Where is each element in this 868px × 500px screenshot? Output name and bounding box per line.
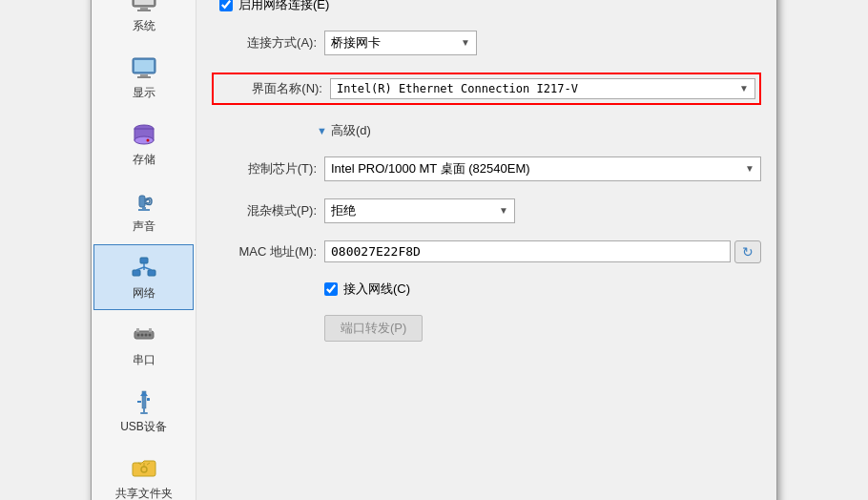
svg-point-32: [148, 333, 151, 336]
sidebar-label-system: 系统: [133, 18, 155, 34]
controller-row: 控制芯片(T): Intel PRO/1000 MT 桌面 (82540EM) …: [212, 156, 761, 181]
svg-line-26: [136, 267, 144, 270]
connection-type-label: 连接方式(A):: [212, 34, 317, 52]
advanced-arrow-icon: ▼: [317, 125, 327, 136]
svg-marker-36: [140, 391, 148, 396]
svg-rect-14: [137, 76, 151, 78]
shared-icon: [129, 453, 159, 484]
svg-point-30: [140, 333, 143, 336]
controller-value: Intel PRO/1000 MT 桌面 (82540EM): [331, 160, 530, 177]
cable-connected-label: 接入网线(C): [343, 281, 410, 298]
svg-rect-24: [148, 270, 155, 276]
settings-dialog: AppSrv0_CentOS6.5 - 设置 ? × 常规: [91, 0, 777, 500]
connection-type-control: 桥接网卡 ▼: [324, 31, 761, 55]
advanced-label: 高级(d): [331, 122, 371, 139]
connection-type-value: 桥接网卡: [331, 34, 381, 52]
svg-rect-10: [137, 10, 151, 11]
enable-network-checkbox[interactable]: [219, 0, 233, 11]
port-forward-row: 端口转发(P): [212, 315, 761, 342]
promiscuous-row: 混杂模式(P): 拒绝 ▼: [212, 198, 761, 223]
display-icon: [129, 52, 159, 83]
network-icon: [129, 253, 159, 283]
controller-select[interactable]: Intel PRO/1000 MT 桌面 (82540EM) ▼: [324, 156, 761, 181]
svg-line-27: [144, 267, 152, 270]
mac-refresh-button[interactable]: ↻: [734, 240, 761, 263]
enable-network-label: 启用网络连接(E): [238, 0, 329, 13]
controller-arrow: ▼: [745, 163, 754, 174]
svg-point-18: [146, 138, 149, 141]
svg-rect-33: [136, 328, 139, 332]
sidebar-item-display[interactable]: 显示: [93, 44, 194, 110]
promiscuous-select[interactable]: 拒绝 ▼: [324, 198, 515, 223]
sidebar-item-system[interactable]: 系统: [93, 0, 194, 43]
svg-rect-19: [139, 196, 145, 207]
audio-icon: [129, 186, 159, 217]
svg-rect-22: [140, 258, 148, 263]
connection-type-row: 连接方式(A): 桥接网卡 ▼: [212, 31, 761, 55]
controller-control: Intel PRO/1000 MT 桌面 (82540EM) ▼: [324, 156, 761, 181]
sidebar-item-storage[interactable]: 存储: [93, 111, 194, 177]
svg-rect-34: [149, 328, 152, 332]
promiscuous-label: 混杂模式(P):: [212, 202, 317, 219]
sidebar-item-shared[interactable]: 共享文件夹: [93, 445, 194, 501]
mac-label: MAC 地址(M):: [212, 243, 317, 260]
connection-type-arrow: ▼: [461, 37, 470, 48]
sidebar-label-audio: 声音: [133, 219, 155, 235]
interface-name-value: Intel(R) Ethernet Connection I217-V: [337, 82, 578, 95]
usb-icon: [129, 386, 159, 417]
svg-rect-8: [134, 0, 154, 5]
mac-control: ↻: [324, 240, 761, 263]
cable-connected-row: 接入网线(C): [324, 281, 761, 298]
svg-rect-40: [147, 398, 150, 401]
svg-rect-12: [134, 60, 154, 72]
promiscuous-value: 拒绝: [331, 202, 356, 219]
port-forward-button[interactable]: 端口转发(P): [324, 315, 423, 342]
sidebar-label-network: 网络: [133, 285, 155, 302]
sidebar: 常规 系统: [92, 0, 196, 500]
connection-type-select[interactable]: 桥接网卡 ▼: [324, 31, 477, 55]
svg-point-17: [134, 136, 154, 144]
sidebar-item-usb[interactable]: USB设备: [93, 378, 194, 444]
mac-input[interactable]: [324, 240, 731, 262]
sidebar-label-serial: 串口: [133, 352, 155, 368]
cable-connected-checkbox[interactable]: [324, 282, 338, 296]
storage-icon: [129, 119, 159, 150]
promiscuous-control: 拒绝 ▼: [324, 198, 761, 223]
enable-network-row: 启用网络连接(E): [219, 0, 761, 13]
svg-rect-38: [140, 412, 148, 414]
svg-point-29: [136, 333, 139, 336]
dialog-body: 常规 系统: [92, 0, 776, 500]
controller-label: 控制芯片(T):: [212, 160, 317, 177]
system-icon: [129, 0, 159, 16]
interface-name-highlight-row: 界面名称(N): Intel(R) Ethernet Connection I2…: [212, 73, 761, 105]
sidebar-item-network[interactable]: 网络: [93, 244, 194, 310]
sidebar-label-shared: 共享文件夹: [115, 486, 173, 501]
main-content: 网络 网卡 1 网卡 2 网卡 3 网卡 4 启用网络连接(E) 连接方式(A)…: [196, 0, 776, 500]
sidebar-label-usb: USB设备: [120, 419, 167, 435]
interface-name-arrow: ▼: [739, 83, 749, 94]
interface-name-select[interactable]: Intel(R) Ethernet Connection I217-V ▼: [330, 78, 755, 99]
mac-row: MAC 地址(M): ↻: [212, 240, 761, 263]
advanced-toggle[interactable]: ▼ 高级(d): [317, 122, 761, 139]
svg-rect-21: [142, 207, 146, 210]
svg-rect-23: [133, 270, 140, 276]
sidebar-label-storage: 存储: [133, 152, 155, 168]
sidebar-item-serial[interactable]: 串口: [93, 311, 194, 377]
svg-point-31: [144, 333, 147, 336]
promiscuous-arrow: ▼: [499, 205, 508, 216]
sidebar-label-display: 显示: [133, 85, 155, 101]
sidebar-item-audio[interactable]: 声音: [93, 177, 194, 243]
serial-icon: [129, 320, 159, 350]
svg-rect-39: [137, 401, 141, 403]
interface-name-label: 界面名称(N):: [217, 80, 322, 97]
